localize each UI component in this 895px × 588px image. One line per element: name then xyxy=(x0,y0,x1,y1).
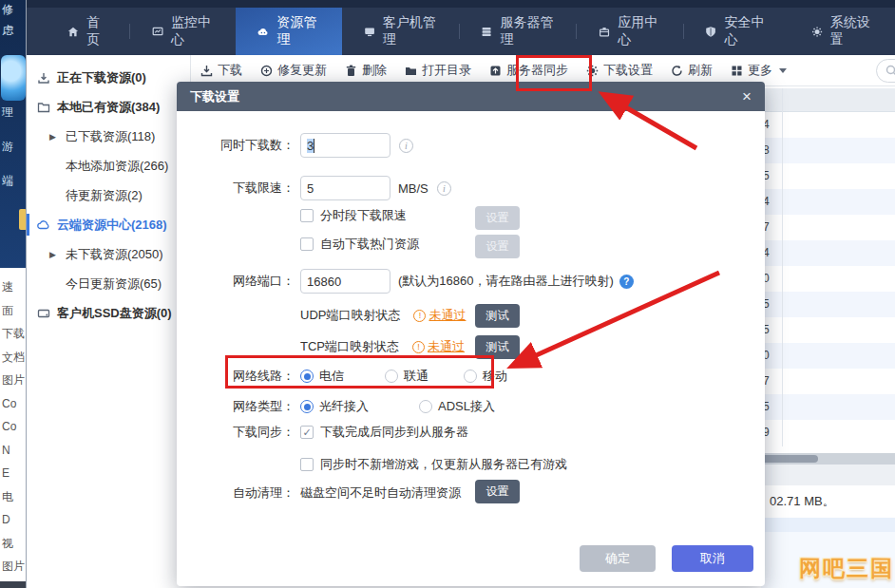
udp-label: UDP端口映射状态 xyxy=(300,307,400,324)
ok-button[interactable]: 确定 xyxy=(580,545,656,572)
help-icon[interactable]: ? xyxy=(619,275,634,289)
total-size-text: 02.71 MB。 xyxy=(770,493,835,510)
search-input[interactable] xyxy=(876,59,895,83)
download-button[interactable]: 下载 xyxy=(200,62,242,79)
clipped-list-item: 下载 xyxy=(0,322,27,346)
field-label: 下载同步： xyxy=(177,424,295,441)
more-button[interactable]: 更多 xyxy=(731,62,787,79)
horizontal-scrollbar[interactable] xyxy=(761,453,895,465)
field-label: 网络线路： xyxy=(177,368,295,385)
dialog-header[interactable]: 下载设置 × xyxy=(177,82,765,111)
selected-text: 3 xyxy=(307,139,314,153)
expand-arrow-icon[interactable]: ▶ xyxy=(49,132,59,142)
sidebar-item-downloaded[interactable]: ▶ 已下载资源(118) xyxy=(27,122,190,151)
cancel-button[interactable]: 取消 xyxy=(672,545,753,572)
repair-icon xyxy=(260,65,273,77)
sidebar-item-local-resources[interactable]: 本地已有资源(384) xyxy=(27,92,190,122)
server-sync-button[interactable]: 服务器同步 xyxy=(489,62,568,79)
toolbar-label: 服务器同步 xyxy=(506,62,568,79)
sidebar-item-local-added[interactable]: ▶ 本地添加资源(266) xyxy=(27,151,190,180)
udp-test-button[interactable]: 测试 xyxy=(475,304,520,328)
game-brand-logo: 网吧三国 xyxy=(799,554,894,583)
sidebar-item-ssd-resources[interactable]: 客户机SSD盘资源(0) xyxy=(27,298,190,328)
schedule-limit-checkbox[interactable] xyxy=(300,209,314,222)
udp-status: !未通过 xyxy=(413,307,466,324)
summary-band xyxy=(761,465,895,485)
scrollbar-thumb[interactable] xyxy=(761,455,818,463)
nav-item-monitoring[interactable]: 监控中心 xyxy=(130,8,236,55)
status-text: 未通过 xyxy=(428,338,465,355)
folder-icon xyxy=(37,101,50,114)
cloud-robot-icon xyxy=(257,25,269,39)
network-port-input[interactable]: 16860 xyxy=(300,269,390,294)
clipped-text: 修 xyxy=(2,2,13,18)
auto-clean-settings-button[interactable]: 设置 xyxy=(475,480,520,503)
mascot-icon xyxy=(1,55,26,101)
refresh-button[interactable]: 刷新 xyxy=(671,62,713,79)
nav-item-servers[interactable]: 服务器管理 xyxy=(459,8,576,55)
field-label: 自动清理： xyxy=(177,484,295,502)
radio-unicom[interactable] xyxy=(385,370,398,383)
field-label: 网络类型： xyxy=(177,398,295,415)
expand-arrow-icon[interactable]: ▶ xyxy=(49,250,59,259)
repair-update-button[interactable]: 修复更新 xyxy=(260,62,327,79)
delete-button[interactable]: 删除 xyxy=(345,62,387,79)
app-root: 修 虑 理 游 端 速面下载文档图片CoCoNE电D视图片 首页 监控中心 资源… xyxy=(0,0,895,588)
network-type-row: 网络类型： 光纤接入 ADSL接入 xyxy=(177,396,765,417)
info-icon[interactable]: i xyxy=(399,139,413,153)
sync-no-new-checkbox[interactable] xyxy=(300,458,314,471)
sidebar-label: 正在下载资源(0) xyxy=(57,69,146,86)
radio-fiber[interactable] xyxy=(300,400,314,413)
clipped-list-item: D xyxy=(0,508,27,532)
sidebar-item-not-downloaded[interactable]: ▶ 未下载资源(2050) xyxy=(27,239,190,269)
input-value: 5 xyxy=(307,181,314,196)
sidebar-item-pending-update[interactable]: ▶ 待更新资源(2) xyxy=(27,180,190,210)
toolbar-label: 删除 xyxy=(362,62,387,79)
clipped-text: 端 xyxy=(2,173,13,189)
clipped-list-item: 图片 xyxy=(0,555,27,579)
server-sync-icon xyxy=(489,65,502,77)
main-nav: 首页 监控中心 资源管理 客户机管理 服务器管理 应用中心 安全中心 xyxy=(27,8,895,55)
radio-adsl[interactable] xyxy=(419,400,432,413)
sync-to-slave-checkbox[interactable] xyxy=(300,426,314,439)
nav-label: 客户机管理 xyxy=(383,14,437,48)
sidebar-label: 客户机SSD盘资源(0) xyxy=(57,305,172,322)
info-icon[interactable]: i xyxy=(437,181,451,196)
sidebar-item-cloud-center[interactable]: 云端资源中心(2168) xyxy=(27,210,190,239)
tcp-test-button[interactable]: 测试 xyxy=(475,335,520,359)
sidebar-item-downloading[interactable]: 正在下载资源(0) xyxy=(27,63,190,92)
clipped-text: 理 xyxy=(2,104,13,121)
grid-more-icon xyxy=(731,65,743,77)
schedule-settings-button[interactable]: 设置 xyxy=(475,206,520,230)
sidebar-item-today-updated[interactable]: ▶ 今日更新资源(65) xyxy=(27,269,190,298)
clipped-text: 游 xyxy=(2,139,13,155)
clipped-list-item: 文档 xyxy=(0,346,27,370)
sidebar-label: 云端资源中心(2168) xyxy=(57,217,167,234)
radio-mobile[interactable] xyxy=(464,370,477,383)
clipped-list-item: 图片 xyxy=(0,369,27,392)
radio-label: ADSL接入 xyxy=(438,398,495,415)
nav-item-home[interactable]: 首页 xyxy=(46,8,129,55)
speed-limit-input[interactable]: 5 xyxy=(300,176,390,200)
nav-item-resources[interactable]: 资源管理 xyxy=(236,8,341,55)
auto-hot-checkbox[interactable] xyxy=(300,237,314,251)
toolbar-label: 下载设置 xyxy=(603,62,653,79)
nav-label: 首页 xyxy=(86,14,107,48)
open-directory-button[interactable]: 打开目录 xyxy=(405,62,471,79)
nav-item-settings[interactable]: 系统设置 xyxy=(790,8,895,55)
sidebar-label: 已下载资源(118) xyxy=(66,128,155,145)
download-settings-button[interactable]: 下载设置 xyxy=(586,62,653,79)
nav-item-apps[interactable]: 应用中心 xyxy=(577,8,682,55)
checkbox-label: 分时段下载限速 xyxy=(320,207,407,224)
nav-item-clients[interactable]: 客户机管理 xyxy=(342,8,459,55)
warning-icon: ! xyxy=(412,341,425,353)
close-icon[interactable]: × xyxy=(742,88,752,104)
sidebar-label: 本地添加资源(266) xyxy=(66,158,168,175)
radio-telecom[interactable] xyxy=(300,370,314,383)
concurrent-downloads-input[interactable]: 3 xyxy=(300,133,390,158)
checkbox-label: 同步时不新增游戏，仅更新从服务器已有游戏 xyxy=(320,456,567,473)
auto-hot-settings-button[interactable]: 设置 xyxy=(475,235,520,258)
toolbar-label: 更多 xyxy=(748,62,772,79)
unit-label: MB/S xyxy=(398,181,428,196)
nav-item-security[interactable]: 安全中心 xyxy=(683,8,789,55)
